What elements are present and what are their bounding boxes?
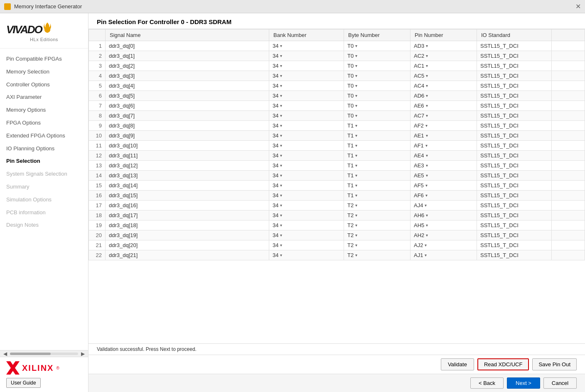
sidebar-item-fpga-options[interactable]: FPGA Options [0, 117, 88, 130]
byte-dropdown-icon[interactable]: ▾ [355, 44, 357, 48]
cancel-button[interactable]: Cancel [543, 377, 577, 389]
pin-dropdown-icon[interactable]: ▾ [425, 203, 427, 208]
table-scroll-wrapper[interactable]: Signal Name Bank Number Byte Number Pin … [88, 29, 585, 343]
pin-dropdown-icon[interactable]: ▾ [426, 103, 428, 108]
bank-dropdown-icon[interactable]: ▾ [280, 233, 282, 238]
cell-byte[interactable]: T2 ▾ [344, 250, 410, 260]
pin-dropdown-icon[interactable]: ▾ [426, 83, 428, 88]
bank-dropdown-icon[interactable]: ▾ [280, 143, 282, 148]
cell-byte[interactable]: T1 ▾ [344, 161, 410, 171]
pin-dropdown-icon[interactable]: ▾ [426, 113, 428, 118]
bank-dropdown-icon[interactable]: ▾ [280, 74, 282, 78]
pin-dropdown-icon[interactable]: ▾ [426, 223, 428, 228]
cell-pin[interactable]: AF1 ▾ [410, 141, 477, 151]
cell-pin[interactable]: AF5 ▾ [410, 181, 477, 191]
validate-button[interactable]: Validate [441, 358, 474, 370]
cell-byte[interactable]: T2 ▾ [344, 201, 410, 211]
bank-dropdown-icon[interactable]: ▾ [280, 193, 282, 198]
cell-bank[interactable]: 34 ▾ [269, 61, 344, 71]
sidebar-item-pin-selection[interactable]: Pin Selection [0, 155, 88, 168]
close-button[interactable]: ✕ [575, 2, 581, 10]
byte-dropdown-icon[interactable]: ▾ [355, 213, 357, 218]
byte-dropdown-icon[interactable]: ▾ [355, 253, 357, 257]
cell-byte[interactable]: T0 ▾ [344, 51, 410, 61]
cell-pin[interactable]: AE3 ▾ [410, 161, 477, 171]
sidebar-item-extended-fpga-options[interactable]: Extended FPGA Options [0, 130, 88, 142]
bank-dropdown-icon[interactable]: ▾ [280, 223, 282, 228]
pin-dropdown-icon[interactable]: ▾ [426, 54, 428, 58]
bank-dropdown-icon[interactable]: ▾ [280, 213, 282, 218]
pin-dropdown-icon[interactable]: ▾ [426, 173, 428, 178]
pin-dropdown-icon[interactable]: ▾ [426, 163, 428, 168]
cell-pin[interactable]: AC1 ▾ [410, 61, 477, 71]
cell-byte[interactable]: T1 ▾ [344, 151, 410, 161]
cell-bank[interactable]: 34 ▾ [269, 240, 344, 250]
cell-byte[interactable]: T2 ▾ [344, 240, 410, 250]
cell-byte[interactable]: T2 ▾ [344, 230, 410, 240]
byte-dropdown-icon[interactable]: ▾ [355, 113, 357, 118]
pin-dropdown-icon[interactable]: ▾ [426, 233, 428, 238]
cell-bank[interactable]: 34 ▾ [269, 220, 344, 230]
cell-pin[interactable]: AC5 ▾ [410, 71, 477, 81]
cell-byte[interactable]: T1 ▾ [344, 191, 410, 201]
cell-bank[interactable]: 34 ▾ [269, 191, 344, 201]
cell-pin[interactable]: AH6 ▾ [410, 211, 477, 220]
pin-dropdown-icon[interactable]: ▾ [425, 123, 428, 128]
bank-dropdown-icon[interactable]: ▾ [280, 93, 282, 98]
cell-pin[interactable]: AH5 ▾ [410, 220, 477, 230]
pin-dropdown-icon[interactable]: ▾ [425, 183, 428, 188]
pin-dropdown-icon[interactable]: ▾ [425, 253, 427, 257]
scroll-left-icon[interactable]: ◀ [2, 351, 8, 357]
bank-dropdown-icon[interactable]: ▾ [280, 103, 282, 108]
bank-dropdown-icon[interactable]: ▾ [280, 253, 282, 257]
next-button[interactable]: Next > [507, 377, 540, 389]
cell-byte[interactable]: T0 ▾ [344, 101, 410, 111]
scroll-right-icon[interactable]: ▶ [80, 351, 86, 357]
cell-bank[interactable]: 34 ▾ [269, 101, 344, 111]
byte-dropdown-icon[interactable]: ▾ [355, 133, 357, 138]
pin-dropdown-icon[interactable]: ▾ [426, 74, 428, 78]
save-pin-out-button[interactable]: Save Pin Out [532, 358, 577, 370]
cell-byte[interactable]: T1 ▾ [344, 181, 410, 191]
cell-bank[interactable]: 34 ▾ [269, 211, 344, 220]
cell-bank[interactable]: 34 ▾ [269, 230, 344, 240]
pin-dropdown-icon[interactable]: ▾ [426, 133, 428, 138]
user-guide-button[interactable]: User Guide [6, 378, 41, 388]
byte-dropdown-icon[interactable]: ▾ [355, 203, 357, 208]
cell-bank[interactable]: 34 ▾ [269, 71, 344, 81]
byte-dropdown-icon[interactable]: ▾ [355, 163, 357, 168]
cell-pin[interactable]: AD6 ▾ [410, 91, 477, 101]
cell-bank[interactable]: 34 ▾ [269, 111, 344, 121]
cell-byte[interactable]: T1 ▾ [344, 171, 410, 181]
bank-dropdown-icon[interactable]: ▾ [280, 153, 282, 158]
cell-bank[interactable]: 34 ▾ [269, 51, 344, 61]
cell-bank[interactable]: 34 ▾ [269, 161, 344, 171]
pin-dropdown-icon[interactable]: ▾ [425, 243, 427, 247]
back-button[interactable]: < Back [470, 377, 504, 389]
cell-byte[interactable]: T2 ▾ [344, 220, 410, 230]
cell-byte[interactable]: T1 ▾ [344, 121, 410, 131]
pin-dropdown-icon[interactable]: ▾ [426, 93, 428, 98]
cell-bank[interactable]: 34 ▾ [269, 250, 344, 260]
bank-dropdown-icon[interactable]: ▾ [280, 83, 282, 88]
byte-dropdown-icon[interactable]: ▾ [355, 193, 357, 198]
bank-dropdown-icon[interactable]: ▾ [280, 183, 282, 188]
cell-byte[interactable]: T0 ▾ [344, 91, 410, 101]
cell-pin[interactable]: AF2 ▾ [410, 121, 477, 131]
byte-dropdown-icon[interactable]: ▾ [355, 183, 357, 188]
byte-dropdown-icon[interactable]: ▾ [355, 153, 357, 158]
byte-dropdown-icon[interactable]: ▾ [355, 54, 357, 58]
cell-byte[interactable]: T0 ▾ [344, 81, 410, 91]
cell-pin[interactable]: AE5 ▾ [410, 171, 477, 181]
bank-dropdown-icon[interactable]: ▾ [280, 64, 282, 68]
byte-dropdown-icon[interactable]: ▾ [355, 123, 357, 128]
cell-pin[interactable]: AJ1 ▾ [410, 250, 477, 260]
sidebar-item-controller-options[interactable]: Controller Options [0, 78, 88, 91]
cell-pin[interactable]: AE1 ▾ [410, 131, 477, 141]
cell-pin[interactable]: AH2 ▾ [410, 230, 477, 240]
cell-byte[interactable]: T2 ▾ [344, 211, 410, 220]
bank-dropdown-icon[interactable]: ▾ [280, 44, 282, 48]
cell-pin[interactable]: AD3 ▾ [410, 41, 477, 51]
sidebar-item-memory-options[interactable]: Memory Options [0, 104, 88, 117]
byte-dropdown-icon[interactable]: ▾ [355, 173, 357, 178]
